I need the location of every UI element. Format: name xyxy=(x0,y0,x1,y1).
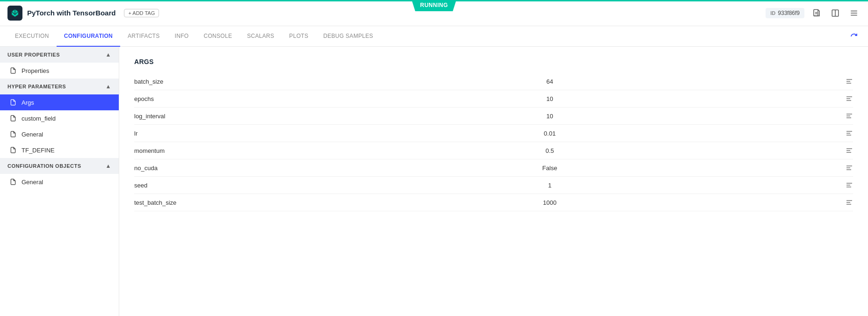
sidebar-item-tf-define-label: TF_DEFINE xyxy=(22,147,55,154)
chevron-up-icon-3: ▲ xyxy=(106,163,111,169)
param-name-batch-size: batch_size xyxy=(134,78,265,85)
status-badge: RUNNING xyxy=(412,0,456,11)
add-tag-button[interactable]: + ADD TAG xyxy=(124,9,159,17)
param-menu-lr[interactable] xyxy=(834,129,853,137)
sidebar-section-config-objects[interactable]: CONFIGURATION OBJECTS ▲ xyxy=(0,158,119,174)
sidebar-item-args[interactable]: Args xyxy=(0,94,119,110)
param-row-no-cuda: no_cuda False xyxy=(134,159,853,177)
main-layout: USER PROPERTIES ▲ Properties HYPER PARAM… xyxy=(0,47,868,316)
param-menu-batch-size[interactable] xyxy=(834,78,853,85)
sidebar-section-user-properties[interactable]: USER PROPERTIES ▲ xyxy=(0,47,119,63)
param-row-seed: seed 1 xyxy=(134,177,853,194)
hamburger-menu-button[interactable] xyxy=(847,7,861,20)
param-value-log-interval: 10 xyxy=(265,113,834,120)
doc-icon-tf xyxy=(9,146,17,154)
param-row-batch-size: batch_size 64 xyxy=(134,73,853,90)
sidebar: USER PROPERTIES ▲ Properties HYPER PARAM… xyxy=(0,47,119,316)
doc-icon-general-config xyxy=(9,178,17,186)
sidebar-item-general-config-label: General xyxy=(22,179,43,186)
sidebar-section-config-objects-label: CONFIGURATION OBJECTS xyxy=(7,163,81,169)
tab-console[interactable]: CONSOLE xyxy=(196,26,239,47)
id-value: 933f86f9 xyxy=(778,10,800,16)
content-area: ARGS batch_size 64 epochs 10 xyxy=(119,47,868,316)
param-menu-log-interval[interactable] xyxy=(834,112,853,120)
doc-icon xyxy=(9,67,17,74)
param-row-test-batch-size: test_batch_size 1000 xyxy=(134,194,853,211)
param-name-test-batch-size: test_batch_size xyxy=(134,199,265,206)
param-name-log-interval: log_interval xyxy=(134,113,265,120)
doc-icon-button[interactable] xyxy=(810,7,823,20)
sidebar-item-general-config[interactable]: General xyxy=(0,174,119,190)
doc-icon-args xyxy=(9,99,17,106)
param-name-seed: seed xyxy=(134,182,265,189)
param-menu-test-batch-size[interactable] xyxy=(834,199,853,206)
tab-configuration[interactable]: CONFIGURATION xyxy=(57,26,120,47)
sidebar-section-user-properties-label: USER PROPERTIES xyxy=(7,52,60,57)
param-value-epochs: 10 xyxy=(265,95,834,102)
param-value-lr: 0.01 xyxy=(265,130,834,137)
sidebar-section-hyper-parameters[interactable]: HYPER PARAMETERS ▲ xyxy=(0,79,119,94)
param-value-batch-size: 64 xyxy=(265,78,834,85)
tab-plots[interactable]: PLOTS xyxy=(282,26,316,47)
args-section-title: ARGS xyxy=(134,58,853,65)
param-name-momentum: momentum xyxy=(134,147,265,154)
status-badge-container: RUNNING xyxy=(412,0,456,11)
sidebar-section-hyper-parameters-label: HYPER PARAMETERS xyxy=(7,84,66,89)
param-row-log-interval: log_interval 10 xyxy=(134,108,853,125)
tab-artifacts[interactable]: ARTIFACTS xyxy=(120,26,167,47)
param-name-epochs: epochs xyxy=(134,95,265,102)
sidebar-item-general-hyper-label: General xyxy=(22,131,43,138)
id-label: ID xyxy=(770,10,775,16)
logo-area: PyTorch with TensorBoard + ADD TAG xyxy=(7,6,159,21)
sidebar-item-general-hyper[interactable]: General xyxy=(0,126,119,142)
param-menu-seed[interactable] xyxy=(834,181,853,189)
param-value-seed: 1 xyxy=(265,182,834,189)
app-title: PyTorch with TensorBoard xyxy=(27,9,116,17)
sidebar-item-tf-define[interactable]: TF_DEFINE xyxy=(0,142,119,158)
doc-icon-general-hyper xyxy=(9,130,17,138)
split-view-icon-button[interactable] xyxy=(829,7,842,20)
sidebar-item-args-label: Args xyxy=(22,99,34,106)
param-name-no-cuda: no_cuda xyxy=(134,165,265,172)
sidebar-item-custom-field[interactable]: custom_field xyxy=(0,110,119,126)
param-value-test-batch-size: 1000 xyxy=(265,199,834,206)
refresh-button[interactable] xyxy=(847,30,861,43)
tab-execution[interactable]: EXECUTION xyxy=(7,26,57,47)
param-value-momentum: 0.5 xyxy=(265,147,834,154)
param-value-no-cuda: False xyxy=(265,165,834,172)
doc-icon-custom xyxy=(9,115,17,122)
tab-info[interactable]: INFO xyxy=(167,26,196,47)
sidebar-item-properties[interactable]: Properties xyxy=(0,63,119,79)
sidebar-item-properties-label: Properties xyxy=(22,67,49,74)
tab-scalars[interactable]: SCALARS xyxy=(239,26,282,47)
chevron-up-icon: ▲ xyxy=(106,51,111,58)
sidebar-item-custom-field-label: custom_field xyxy=(22,115,56,122)
param-menu-no-cuda[interactable] xyxy=(834,164,853,172)
tab-debug-samples[interactable]: DEBUG SAMPLES xyxy=(316,26,381,47)
top-right-actions: ID 933f86f9 xyxy=(766,7,861,20)
top-bar: PyTorch with TensorBoard + ADD TAG RUNNI… xyxy=(0,0,868,26)
chevron-up-icon-2: ▲ xyxy=(106,83,111,90)
param-menu-epochs[interactable] xyxy=(834,95,853,102)
tab-navigation: EXECUTION CONFIGURATION ARTIFACTS INFO C… xyxy=(0,26,868,47)
param-name-lr: lr xyxy=(134,130,265,137)
id-badge: ID 933f86f9 xyxy=(766,8,804,18)
params-table: batch_size 64 epochs 10 xyxy=(134,73,853,211)
param-row-epochs: epochs 10 xyxy=(134,90,853,108)
param-row-momentum: momentum 0.5 xyxy=(134,142,853,159)
logo-icon xyxy=(7,6,22,21)
param-row-lr: lr 0.01 xyxy=(134,125,853,142)
param-menu-momentum[interactable] xyxy=(834,147,853,154)
